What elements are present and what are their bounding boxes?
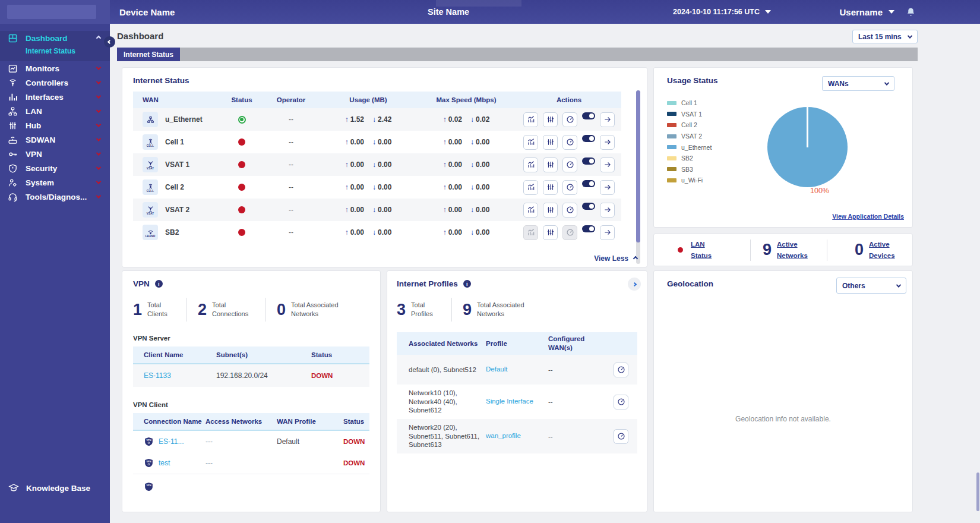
dashboard-icon	[8, 33, 18, 43]
sidebar-item-interfaces[interactable]: Interfaces	[0, 90, 110, 104]
divider	[750, 240, 751, 261]
speedtest-button[interactable]	[614, 429, 628, 444]
gauge-icon	[566, 206, 574, 214]
timestamp-dropdown[interactable]: 2024-10-10 11:17:56 UTC	[673, 0, 771, 24]
speedtest-button[interactable]	[562, 180, 577, 195]
details-arrow-button[interactable]	[600, 157, 615, 172]
chart-icon	[527, 183, 535, 191]
gauge-icon	[566, 115, 574, 124]
view-application-details-link[interactable]: View Application Details	[832, 213, 904, 220]
configure-button[interactable]	[543, 180, 558, 195]
table-row: LBANDSB2 -- ↑0.00↓0.00 ↑0.00↓0.00	[133, 221, 621, 244]
details-arrow-button[interactable]	[600, 225, 615, 240]
vpn-stats: 1Total Clients 2Total Connections 0Total…	[133, 298, 369, 322]
speedtest-button[interactable]	[614, 363, 628, 377]
tab-internet-status[interactable]: Internet Status	[117, 48, 180, 61]
speedtest-button[interactable]	[562, 135, 577, 150]
configure-button[interactable]	[543, 135, 558, 150]
user-menu[interactable]: Username	[839, 0, 894, 24]
active-networks-link[interactable]: Active Networks	[777, 239, 816, 261]
table-scrollbar[interactable]	[636, 90, 640, 264]
profile-link[interactable]: wan_profile	[486, 432, 521, 439]
sidebar-collapse-button[interactable]	[104, 36, 115, 48]
chart-icon	[527, 228, 535, 237]
speedtest-button[interactable]	[614, 395, 628, 409]
usage-chart-button[interactable]	[523, 203, 538, 218]
geolocation-empty-message: Geolocation info not available.	[654, 415, 912, 423]
details-arrow-button[interactable]	[600, 203, 615, 218]
configure-button[interactable]	[543, 112, 558, 127]
table-row: CELLCell 1 -- ↑0.00↓0.00 ↑0.00↓0.00	[133, 131, 621, 153]
speedtest-button[interactable]	[562, 203, 577, 218]
sidebar-item-dashboard[interactable]: Dashboard	[0, 31, 110, 45]
knowledge-base-link[interactable]: Knowledge Base	[0, 483, 110, 493]
info-icon[interactable]	[463, 280, 471, 288]
enable-toggle[interactable]	[582, 180, 595, 187]
shield-icon	[8, 163, 18, 174]
enable-toggle[interactable]	[582, 203, 595, 210]
usage-chart-button[interactable]	[523, 157, 538, 172]
page-scrollbar-thumb[interactable]	[976, 472, 979, 511]
connection-name-link[interactable]: test	[159, 459, 170, 467]
configure-button[interactable]	[543, 203, 558, 218]
enable-toggle[interactable]	[582, 112, 595, 119]
view-less-button[interactable]: View Less	[594, 254, 637, 263]
sidebar-item-sdwan[interactable]: SDWAN	[0, 133, 110, 147]
controllers-icon	[8, 78, 18, 88]
sidebar-item-security[interactable]: Security	[0, 161, 110, 175]
speedtest-button[interactable]	[562, 157, 577, 172]
details-arrow-button[interactable]	[600, 180, 615, 195]
geolocation-filter-select[interactable]: Others	[836, 278, 906, 294]
usage-chart-button[interactable]	[523, 180, 538, 195]
vpn-server-label: VPN Server	[133, 335, 369, 342]
sidebar-item-system[interactable]: System	[0, 175, 110, 190]
configure-button[interactable]	[543, 157, 558, 172]
vpn-client-link[interactable]: ES-1133	[144, 371, 171, 380]
wan-name: Cell 1	[165, 138, 184, 146]
notifications-button[interactable]	[906, 0, 916, 24]
profile-link[interactable]: Default	[486, 366, 507, 373]
sidebar-item-controllers[interactable]: Controllers	[0, 75, 110, 90]
sidebar-item-lan[interactable]: LAN	[0, 104, 110, 118]
vpn-shield-icon: VPN	[144, 458, 154, 468]
stat-count: 3	[397, 301, 406, 319]
speedtest-button[interactable]	[562, 112, 577, 127]
panel-next-button[interactable]	[628, 278, 641, 291]
sidebar-item-internet-status[interactable]: Internet Status	[0, 45, 110, 57]
stat-count: 1	[133, 301, 142, 319]
time-range-select[interactable]: Last 15 mins	[852, 30, 918, 43]
sidebar-item-vpn[interactable]: VPN	[0, 147, 110, 161]
cell-icon: CELL	[143, 134, 158, 150]
chevron-down-icon	[884, 80, 889, 85]
enable-toggle[interactable]	[582, 135, 595, 142]
timestamp-text: 2024-10-10 11:17:56 UTC	[673, 8, 760, 16]
legend-swatch	[667, 167, 676, 171]
profile-link[interactable]: Single Interface	[486, 398, 533, 405]
active-devices-link[interactable]: Active Devices	[869, 239, 903, 261]
connection-name-link[interactable]: ES-11...	[159, 437, 184, 446]
sidebar-item-hub[interactable]: Hub	[0, 118, 110, 133]
usage-filter-select[interactable]: WANs	[822, 76, 894, 91]
chevron-down-icon	[908, 33, 912, 38]
site-name: Site Name	[428, 0, 469, 24]
subnets-value: 192.168.20.0/24	[216, 371, 311, 380]
device-name: Device Name	[119, 0, 175, 24]
usage-chart-button[interactable]	[523, 135, 538, 150]
info-icon[interactable]	[155, 280, 163, 288]
table-row: ES-1133 192.168.20.0/24 DOWN	[133, 364, 369, 387]
enable-toggle[interactable]	[582, 225, 595, 232]
sidebar-item-monitors[interactable]: Monitors	[0, 61, 110, 75]
scrollbar-thumb[interactable]	[636, 90, 640, 242]
configure-button[interactable]	[543, 225, 558, 240]
usage-chart-button[interactable]	[523, 112, 538, 127]
stat-label: Total Clients	[147, 301, 176, 319]
details-arrow-button[interactable]	[600, 112, 615, 127]
active-networks-count: 9	[763, 241, 772, 259]
enable-toggle[interactable]	[582, 157, 595, 165]
sidebar-item-tools-diagnostics[interactable]: Tools/Diagnos...	[0, 190, 110, 204]
chevron-down-icon	[896, 282, 901, 287]
divider	[827, 240, 827, 261]
chevron-right-icon	[632, 282, 636, 286]
details-arrow-button[interactable]	[600, 135, 615, 150]
lan-status-link[interactable]: LAN Status	[691, 239, 722, 261]
